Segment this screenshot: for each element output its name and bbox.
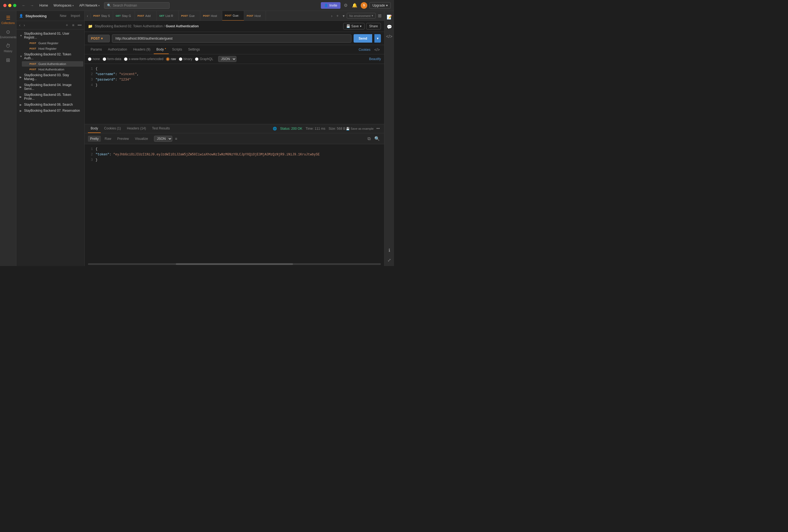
send-button[interactable]: Send <box>354 34 372 43</box>
collection-item-3[interactable]: ▶ StayBooking Backend 03. Stay Manag... <box>16 72 84 82</box>
tab-body[interactable]: Body ● <box>154 45 169 54</box>
tab-headers[interactable]: Headers (9) <box>130 45 153 54</box>
format-tab-pretty[interactable]: Pretty <box>88 136 101 142</box>
workspace-name: Staybooking <box>25 14 47 18</box>
tab-label: Gue: <box>233 14 239 17</box>
format-tab-raw[interactable]: Raw <box>102 136 113 142</box>
filter-button[interactable]: ≡ <box>71 22 75 28</box>
list-item[interactable]: POST Host Authentication <box>22 67 83 72</box>
resp-tab-headers[interactable]: Headers (14) <box>124 124 149 133</box>
format-select[interactable]: JSON <box>218 56 236 62</box>
notes-button[interactable]: 📝 <box>386 13 393 21</box>
scrollbar-thumb[interactable] <box>176 263 293 265</box>
import-button[interactable]: Import <box>69 13 82 19</box>
radio-graphql[interactable]: GraphQL <box>195 57 213 61</box>
tab-authorization[interactable]: Authorization <box>105 45 130 54</box>
radio-binary[interactable]: binary <box>179 57 193 61</box>
beautify-button[interactable]: Beautify <box>369 57 381 61</box>
add-tab-button[interactable]: ＋ <box>334 13 340 19</box>
response-area: Body Cookies (1) Headers (14) Test Resul… <box>85 124 384 266</box>
tab-item[interactable]: POST Gue <box>179 11 200 21</box>
environment-selector[interactable]: No environment ▾ <box>347 13 376 19</box>
info-button[interactable]: ℹ <box>386 247 393 254</box>
method-select[interactable]: POST ▾ <box>88 35 110 42</box>
nav-back-button[interactable]: ← <box>21 3 27 8</box>
minimize-traffic-light[interactable] <box>8 4 12 7</box>
sidebar-item-history[interactable]: ⏱ History <box>2 41 14 54</box>
search-bar[interactable]: 🔍 Search Postman <box>104 2 170 9</box>
comment-button[interactable]: 💬 <box>386 23 393 31</box>
tab-params[interactable]: Params <box>88 45 104 54</box>
tab-item[interactable]: POST Host <box>200 11 222 21</box>
radio-none[interactable]: none <box>88 57 100 61</box>
list-item[interactable]: POST Guest Register <box>22 40 83 46</box>
search-response-button[interactable]: 🔍 <box>373 135 381 142</box>
collection-item-5[interactable]: ▶ StayBooking Backend 05. Token Prote... <box>16 92 84 102</box>
radio-raw[interactable]: raw <box>166 57 176 61</box>
tab-item-active[interactable]: POST Gue: <box>222 11 244 21</box>
sidebar-item-modules[interactable]: ⊞ <box>2 56 14 65</box>
horizontal-scrollbar[interactable] <box>88 263 381 265</box>
settings-button[interactable]: ⚙ <box>343 2 349 9</box>
tabs-scroll-right[interactable]: › <box>330 13 334 19</box>
tab-item[interactable]: POST Host <box>244 11 266 21</box>
response-body[interactable]: 1 { 2 "token": "eyJhbGciOiJIUzI1NiJ9.eyJ… <box>85 144 384 262</box>
url-input[interactable] <box>112 34 351 43</box>
radio-form-data[interactable]: form-data <box>103 57 121 61</box>
code-view-button[interactable]: </> <box>373 46 381 53</box>
sidebar-item-collections[interactable]: ☰ Collections <box>2 13 14 26</box>
sidebar-item-environments[interactable]: ⊙ Environments <box>2 27 14 40</box>
filter-icon[interactable]: ≡ <box>175 137 177 141</box>
tab-options-button[interactable]: ▾ <box>341 13 346 19</box>
add-collection-button[interactable]: ＋ <box>64 22 70 28</box>
resp-tab-body[interactable]: Body <box>88 124 101 133</box>
save-button[interactable]: 💾 Save ▾ <box>343 23 365 29</box>
maximize-traffic-light[interactable] <box>13 4 16 7</box>
more-button[interactable]: ••• <box>76 22 83 28</box>
radio-urlencoded[interactable]: x-www-form-urlencoded <box>124 57 163 61</box>
list-item[interactable]: POST Host Register <box>22 46 83 51</box>
save-example-button[interactable]: 💾 Save as example <box>346 127 374 131</box>
format-tab-visualize[interactable]: Visualize <box>133 136 150 142</box>
format-tab-preview[interactable]: Preview <box>115 136 131 142</box>
tab-item[interactable]: POST Add <box>135 11 157 21</box>
list-item[interactable]: POST Guest Authentication <box>22 61 83 67</box>
collection-item-7[interactable]: ▶ StayBooking Backend 07. Reservation <box>16 107 84 114</box>
invite-button[interactable]: 👤 Invite <box>321 2 340 9</box>
close-traffic-light[interactable] <box>3 4 6 7</box>
response-format-select[interactable]: JSON <box>154 136 172 142</box>
nav-forward-button[interactable]: → <box>29 3 35 8</box>
code-button[interactable]: </> <box>386 33 393 40</box>
resp-tab-test-results[interactable]: Test Results <box>149 124 173 133</box>
share-button[interactable]: Share <box>366 23 381 29</box>
request-body-editor[interactable]: 1 { 2 "username": "vincent", 3 "password… <box>85 64 384 124</box>
upgrade-button[interactable]: Upgrade ▾ <box>370 2 391 9</box>
collection-item-4[interactable]: ▶ StayBooking Backend 04. Image Servi... <box>16 82 84 92</box>
api-network-link[interactable]: API Network ▾ <box>77 2 102 8</box>
notifications-button[interactable]: 🔔 <box>351 2 358 9</box>
tab-item[interactable]: GET List R <box>157 11 179 21</box>
tabs-scroll-left[interactable]: ‹ <box>86 13 89 19</box>
collection-label: StayBooking Backend 02. Token Auth... <box>24 53 81 60</box>
collection-item-1[interactable]: ▼ StayBooking Backend 01. User Registr..… <box>16 31 84 51</box>
collection-item-2[interactable]: ▼ StayBooking Backend 02. Token Auth... … <box>16 51 84 72</box>
tab-item[interactable]: POST Stay S <box>91 11 113 21</box>
cookies-link[interactable]: Cookies <box>358 48 370 52</box>
resp-tab-cookies[interactable]: Cookies (1) <box>101 124 123 133</box>
tab-item[interactable]: GET Stay G <box>113 11 135 21</box>
send-arrow-button[interactable]: ▾ <box>374 34 381 43</box>
collection-item-6[interactable]: ▶ StayBooking Backend 06. Search <box>16 102 84 107</box>
avatar[interactable]: S <box>361 2 367 9</box>
copy-response-button[interactable]: ⧉ <box>367 135 372 142</box>
panel-forward-button[interactable]: › <box>23 22 26 28</box>
layout-button[interactable]: ⊞ <box>377 12 382 19</box>
tab-settings[interactable]: Settings <box>185 45 203 54</box>
new-button[interactable]: New <box>58 13 68 19</box>
home-link[interactable]: Home <box>37 2 50 8</box>
response-status: 🌐 Status: 200 OK Time: 111 ms Size: 568 … <box>273 127 346 131</box>
resize-button[interactable]: ⤢ <box>386 256 393 264</box>
more-options-button[interactable]: ••• <box>375 126 381 132</box>
workspaces-link[interactable]: Workspaces ▾ <box>51 2 76 8</box>
tab-scripts[interactable]: Scripts <box>169 45 185 54</box>
panel-back-button[interactable]: ‹ <box>18 22 22 28</box>
